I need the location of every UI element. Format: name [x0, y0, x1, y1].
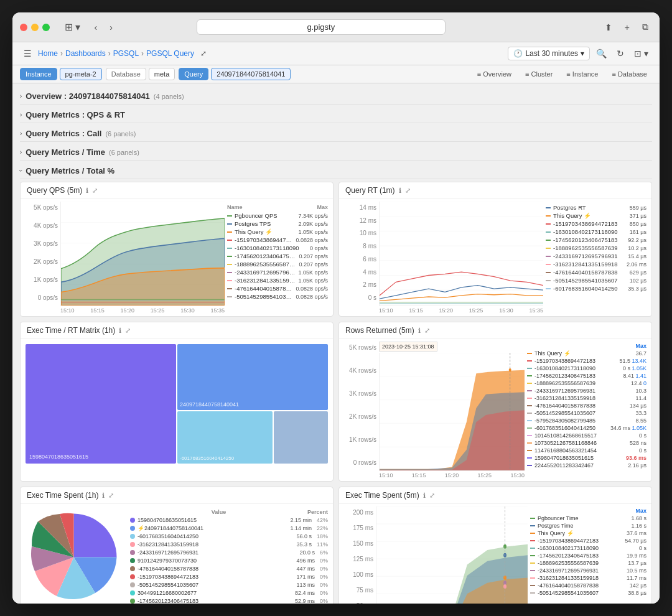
qps-y-1k: 1K ops/s [26, 276, 58, 283]
rows-info[interactable]: ℹ [418, 327, 421, 335]
nav-overview[interactable]: ≡ Overview [472, 68, 516, 80]
instance-value[interactable]: pg-meta-2 [60, 68, 102, 80]
qps-link-icon[interactable]: ⤢ [92, 187, 98, 195]
rt-chart-canvas [379, 202, 543, 306]
rows-l7: -4761644040158787838 134 µs [527, 403, 646, 409]
sidebar-toggle[interactable]: ⊞ ▾ [60, 19, 85, 35]
qps-panel-title: Query QPS (5m) [27, 186, 82, 195]
nav-instance[interactable]: ≡ Instance [561, 68, 603, 80]
nav-cluster[interactable]: ≡ Cluster [520, 68, 558, 80]
exec-matrix-panel: Exec Time / RT Matrix (1h) ℹ ⤢ 159804701… [20, 322, 334, 482]
legend-this-query-qps: This Query ⚡ 1.05K ops/s [227, 228, 328, 235]
section-total[interactable]: › Query Metrics / Total % [20, 163, 652, 179]
database-value[interactable]: meta [149, 68, 175, 80]
rt-panel: Query RT (1m) ℹ ⤢ 14 ms 12 ms 10 ms 8 ms… [338, 182, 652, 317]
query-value[interactable]: 240971844075814041 [211, 68, 291, 80]
nav-database[interactable]: ≡ Database [607, 68, 652, 80]
exec-5m-body: 200 ms 175 ms 150 ms 125 ms 100 ms 75 ms… [339, 504, 651, 604]
tab-instance[interactable]: Instance [20, 68, 57, 80]
qps-panel: Query QPS (5m) ℹ ⤢ 5K ops/s 4K ops/s 3K … [20, 182, 334, 317]
rows-l5: -2433169712695796931 10.3 [527, 388, 646, 394]
rows-svg [380, 353, 525, 470]
nav-tabs-right: ≡ Overview ≡ Cluster ≡ Instance ≡ Databa… [472, 68, 652, 80]
exec-1h-info[interactable]: ℹ [102, 492, 105, 500]
rt-panel-body: 14 ms 12 ms 10 ms 8 ms 6 ms 4 ms 2 ms 0 … [339, 199, 651, 316]
hamburger-menu[interactable]: ☰ [20, 46, 35, 61]
pie-l6: 9101242979370073730 496 ms 0% [130, 558, 328, 564]
breadcrumb-dashboards[interactable]: Dashboards [65, 49, 106, 58]
treemap-block-4 [274, 411, 328, 464]
refresh-icon[interactable]: ↻ [613, 46, 628, 61]
pie-area: ValuePercent 1598047018635051615 2.15 mi… [23, 506, 330, 604]
rt-legend: Postgres RT 559 µs This Query ⚡ 371 µs -… [543, 202, 649, 314]
zoom-out-icon[interactable]: 🔍 [592, 46, 610, 61]
rt-info-icon[interactable]: ℹ [399, 187, 401, 195]
navbar: ☰ Home › Dashboards › PGSQL › PGSQL Quer… [12, 42, 660, 65]
exec-5m-l8: -3162312841335159918 11.7 ms [530, 575, 646, 581]
breadcrumb-pgsql-query[interactable]: PGSQL Query [146, 49, 194, 58]
exec-5m-l1: Postgres Time 1.16 s [530, 523, 646, 529]
time-selector[interactable]: 🕐 Last 30 minutes ▾ [508, 47, 590, 60]
rt-panel-header: Query RT (1m) ℹ ⤢ [339, 182, 651, 199]
legend-q7: -4761644040158787838 0.0828 ops/s [227, 285, 328, 292]
tab-database[interactable]: Database [106, 68, 146, 80]
rows-returned-panel: Rows Returned (5m) ℹ ⤢ 5K rows/s 4K rows… [338, 322, 652, 482]
legend-q4: -1888962535556587639 0.207 ops/s [227, 261, 328, 268]
close-button[interactable] [20, 24, 27, 31]
maximize-button[interactable] [42, 24, 50, 31]
exec-matrix-header: Exec Time / RT Matrix (1h) ℹ ⤢ [21, 322, 333, 339]
qps-chart-canvas [60, 202, 225, 306]
exec-5m-link[interactable]: ⤢ [429, 492, 435, 500]
exec-5m-y-axis: 200 ms 175 ms 150 ms 125 ms 100 ms 75 ms… [342, 506, 376, 604]
rt-link-icon[interactable]: ⤢ [405, 187, 411, 195]
exec-1h-link[interactable]: ⤢ [108, 492, 114, 500]
exec-5m-l9: -4761644040158787838 142 µs [530, 582, 646, 589]
display-options[interactable]: ⊡ ▾ [630, 46, 652, 61]
exec-1h-panel: Exec Time Spent (1h) ℹ ⤢ [20, 487, 334, 604]
minimize-button[interactable] [31, 24, 39, 31]
section-overview-title: Overview : 240971844075814041 [26, 91, 150, 101]
breadcrumb-home[interactable]: Home [38, 49, 58, 58]
section-qps-rt[interactable]: › Query Metrics : QPS & RT [20, 107, 652, 123]
section-total-title: Query Metrics / Total % [26, 166, 114, 175]
exec-5m-title: Exec Time Spent (5m) [345, 491, 419, 500]
rows-legend: Max This Query ⚡ 36.7 -15197034386944721… [525, 342, 649, 478]
pie-l8: -1519703438694472183 171 ms 0% [130, 574, 328, 580]
section-call-count: (6 panels) [105, 130, 136, 138]
rows-l9: -5795284305082799485 8.55 [527, 418, 646, 424]
qps-svg [61, 202, 225, 306]
new-tab-icon[interactable]: + [621, 20, 633, 35]
time-label: Last 30 minutes [525, 49, 578, 58]
share-icon[interactable]: ⬆ [601, 20, 616, 35]
rt-y-axis: 14 ms 12 ms 10 ms 8 ms 6 ms 4 ms 2 ms 0 … [342, 202, 379, 314]
tabs-icon[interactable]: ⧉ [638, 19, 652, 35]
rows-tooltip: 2023-10-25 15:31:08 [379, 342, 437, 352]
qps-info-icon[interactable]: ℹ [86, 187, 88, 195]
query-tab-group: Query 240971844075814041 [179, 68, 291, 80]
back-button[interactable]: ‹ [90, 20, 101, 35]
forward-button[interactable]: › [106, 20, 116, 35]
rows-link[interactable]: ⤢ [424, 327, 430, 335]
treemap-block-1: 1598047018635051615 [26, 344, 176, 464]
section-overview[interactable]: › Overview : 240971844075814041 (4 panel… [20, 88, 652, 105]
exec-matrix-link[interactable]: ⤢ [125, 327, 131, 335]
qps-chart-area: 5K ops/s 4K ops/s 3K ops/s 2K ops/s 1K o… [23, 202, 330, 314]
exec-5m-canvas [376, 506, 528, 604]
section-call[interactable]: › Query Metrics : Call (6 panels) [20, 126, 652, 142]
rows-chart-area: 5K rows/s 4K rows/s 3K rows/s 2K rows/s … [342, 342, 649, 478]
rt-legend-q5: -2433169712695796931 15.4 µs [546, 253, 646, 259]
rt-legend-q4: -1888962535556587639 10.2 µs [546, 245, 646, 251]
address-bar[interactable]: g.pigsty [197, 19, 446, 35]
qps-panel-body: 5K ops/s 4K ops/s 3K ops/s 2K ops/s 1K o… [21, 199, 333, 316]
share-dashboard-icon[interactable]: ⤢ [197, 47, 210, 60]
exec-5m-info[interactable]: ℹ [423, 492, 426, 500]
legend-postgres-tps: Postgres TPS 2.09K ops/s [227, 220, 328, 227]
section-time[interactable]: › Query Metrics / Time (6 panels) [20, 144, 652, 161]
exec-matrix-title: Exec Time / RT Matrix (1h) [27, 326, 115, 335]
rows-chart-canvas [379, 353, 525, 471]
pie-svg [26, 509, 122, 604]
exec-matrix-info[interactable]: ℹ [119, 327, 121, 335]
tab-query[interactable]: Query [179, 68, 208, 80]
breadcrumb-pgsql[interactable]: PGSQL [113, 49, 139, 58]
exec-5m-l3: -1519703438694472183 54.70 µs [530, 538, 646, 544]
